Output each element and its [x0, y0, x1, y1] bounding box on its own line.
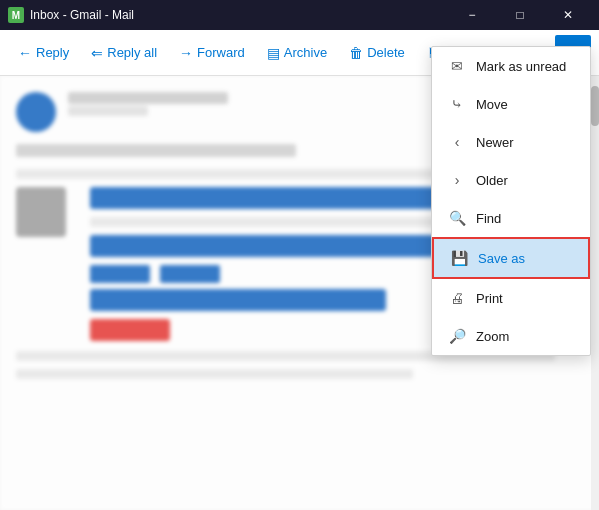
print-label: Print	[476, 291, 503, 306]
move-icon: ⤷	[448, 95, 466, 113]
title-bar: M Inbox - Gmail - Mail − □ ✕	[0, 0, 599, 30]
body-line-4	[16, 369, 413, 379]
reply-all-button[interactable]: ⇐ Reply all	[81, 39, 167, 67]
find-icon: 🔍	[448, 209, 466, 227]
avatar	[16, 92, 56, 132]
num-1	[90, 265, 150, 283]
forward-button[interactable]: → Forward	[169, 39, 255, 67]
newer-icon: ‹	[448, 133, 466, 151]
menu-item-zoom[interactable]: 🔎Zoom	[432, 317, 590, 355]
email-date	[68, 106, 148, 116]
maximize-button[interactable]: □	[497, 0, 543, 30]
red-action-btn	[90, 319, 170, 341]
sender-name	[68, 92, 228, 104]
archive-label: Archive	[284, 45, 327, 60]
save-as-icon: 💾	[450, 249, 468, 267]
content-bar-2	[90, 235, 435, 257]
zoom-icon: 🔎	[448, 327, 466, 345]
app-icon: M	[8, 7, 24, 23]
forward-label: Forward	[197, 45, 245, 60]
menu-item-older[interactable]: ›Older	[432, 161, 590, 199]
zoom-label: Zoom	[476, 329, 509, 344]
newer-label: Newer	[476, 135, 514, 150]
delete-icon: 🗑	[349, 45, 363, 61]
mark-unread-label: Mark as unread	[476, 59, 566, 74]
scroll-thumb[interactable]	[591, 86, 599, 126]
reply-all-label: Reply all	[107, 45, 157, 60]
reply-button[interactable]: ← Reply	[8, 39, 79, 67]
move-label: Move	[476, 97, 508, 112]
menu-item-save-as[interactable]: 💾Save as	[432, 237, 590, 279]
archive-icon: ▤	[267, 45, 280, 61]
inline-avatar	[16, 187, 66, 237]
menu-item-newer[interactable]: ‹Newer	[432, 123, 590, 161]
reply-icon: ←	[18, 45, 32, 61]
archive-button[interactable]: ▤ Archive	[257, 39, 337, 67]
menu-item-move[interactable]: ⤷Move	[432, 85, 590, 123]
menu-item-print[interactable]: 🖨Print	[432, 279, 590, 317]
content-bar-3	[90, 289, 386, 311]
reply-label: Reply	[36, 45, 69, 60]
body-line-2	[90, 217, 484, 227]
older-icon: ›	[448, 171, 466, 189]
window-controls: − □ ✕	[449, 0, 591, 30]
dropdown-menu: ✉Mark as unread⤷Move‹Newer›Older🔍Find💾Sa…	[431, 46, 591, 356]
reply-all-icon: ⇐	[91, 45, 103, 61]
find-label: Find	[476, 211, 501, 226]
print-icon: 🖨	[448, 289, 466, 307]
email-subject	[16, 144, 296, 157]
delete-label: Delete	[367, 45, 405, 60]
minimize-button[interactable]: −	[449, 0, 495, 30]
delete-button[interactable]: 🗑 Delete	[339, 39, 415, 67]
forward-icon: →	[179, 45, 193, 61]
title-bar-left: M Inbox - Gmail - Mail	[8, 7, 134, 23]
num-2	[160, 265, 220, 283]
menu-item-find[interactable]: 🔍Find	[432, 199, 590, 237]
scrollbar[interactable]	[591, 76, 599, 510]
save-as-label: Save as	[478, 251, 525, 266]
window-title: Inbox - Gmail - Mail	[30, 8, 134, 22]
menu-item-mark-unread[interactable]: ✉Mark as unread	[432, 47, 590, 85]
older-label: Older	[476, 173, 508, 188]
close-button[interactable]: ✕	[545, 0, 591, 30]
mark-unread-icon: ✉	[448, 57, 466, 75]
